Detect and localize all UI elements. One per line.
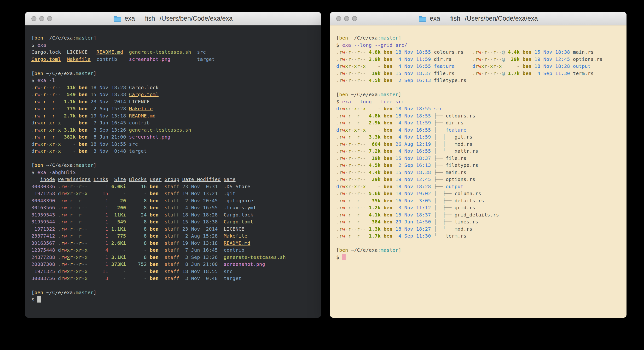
text-run: [218, 240, 224, 246]
text-run: master: [76, 162, 94, 168]
terminal-line: .rw-r--r-- 604 ben 26 Aug 12:19 │ ├── mo…: [336, 141, 626, 148]
text-run: 1.3k: [369, 226, 380, 232]
terminal-line: [ben ~/C/e/exa:master]: [336, 34, 626, 42]
minimize-button[interactable]: [39, 16, 44, 21]
text-run: [126, 92, 129, 97]
text-run: feature: [434, 63, 454, 69]
text-run: 4 Nov 16:55: [396, 148, 431, 154]
text-run: 4.8k: [369, 49, 380, 55]
text-run: [55, 240, 58, 246]
text-run: src: [129, 141, 138, 147]
close-button[interactable]: [32, 16, 36, 21]
terminal-line: drwxr-xr-x - ben 18 Nov 18:55 src: [336, 105, 626, 112]
text-run: file.rs: [434, 70, 454, 76]
text-run: [520, 49, 522, 55]
text-run: [366, 120, 368, 126]
text-run: [147, 261, 150, 267]
text-run: │ ├──: [434, 134, 454, 140]
text-run: [505, 49, 508, 55]
permission-bits: .rw-r--r--: [336, 176, 366, 182]
text-run: [126, 106, 129, 112]
cursor[interactable]: [342, 254, 346, 260]
permission-bits: .rw-r--r--: [58, 184, 88, 190]
text-run: 3 Sep 13:26: [182, 254, 218, 260]
terminal-output[interactable]: [ben ~/C/e/exa:master]$ exaCargo.lock LI…: [25, 26, 321, 318]
zoom-button[interactable]: [352, 16, 357, 21]
text-run: 4.4k: [369, 170, 380, 175]
text-run: [520, 70, 522, 76]
text-run: 8: [129, 198, 147, 204]
terminal-line: .rw-r--r-- 4.8k ben 18 Nov 18:55 ├── col…: [336, 112, 626, 120]
text-run: 15 Nov 18:38: [534, 49, 570, 55]
text-run: [76, 127, 78, 133]
terminal-line: .rw-r--r-- 11k ben 18 Nov 18:28 Cargo.lo…: [32, 84, 321, 91]
zoom-button[interactable]: [47, 16, 52, 21]
text-run: [351, 99, 354, 104]
text-run: git.rs: [455, 134, 472, 140]
text-run: dir.rs: [434, 56, 452, 62]
text-run: [: [336, 92, 339, 97]
text-run: [392, 233, 396, 239]
text-run: [366, 155, 368, 161]
traffic-lights: [336, 12, 357, 25]
window-titlebar[interactable]: exa — fish /Users/ben/Code/exa/exa: [330, 12, 626, 26]
text-run: 35k: [369, 198, 380, 204]
text-run: generate-testcases.sh: [129, 127, 191, 133]
text-run: 8: [129, 219, 147, 224]
text-run: -: [129, 247, 147, 253]
terminal-output[interactable]: [ben ~/C/e/exa:master]$ exa --long --gri…: [330, 26, 626, 318]
minimize-button[interactable]: [344, 16, 349, 21]
text-run: 8: [129, 226, 147, 232]
text-run: [392, 219, 396, 224]
terminal-line: drwxr-xr-x - ben 4 Nov 16:55 ├── feature: [336, 126, 626, 134]
text-run: 3 Nov 0:48: [182, 276, 218, 281]
text-run: [380, 226, 384, 232]
text-run: [351, 42, 354, 48]
text-run: 18 Nov 18:28: [534, 63, 570, 69]
text-run: Date Modified: [182, 176, 221, 182]
text-run: [88, 113, 90, 119]
text-run: ben: [150, 212, 159, 218]
text-run: ben: [34, 70, 43, 76]
text-run: ben: [150, 205, 159, 210]
text-run: 24: [129, 212, 147, 218]
permission-bits: .rw-r--r--: [336, 56, 366, 62]
text-run: 775: [111, 233, 126, 239]
text-run: [366, 78, 368, 83]
text-run: 1.7k: [369, 233, 380, 239]
text-run: filetype.rs: [434, 78, 466, 83]
window-titlebar[interactable]: exa — fish /Users/ben/Code/exa/exa: [25, 12, 321, 26]
text-run: [126, 127, 129, 133]
text-run: │ └──: [434, 148, 454, 154]
terminal-line: [ben ~/C/e/exa:master]: [32, 34, 321, 42]
text-run: [366, 184, 368, 190]
text-run: 12375448: [32, 247, 55, 253]
text-run: ]: [94, 162, 96, 168]
permission-bits: .rw-r--r--@: [472, 49, 505, 55]
text-run: [380, 198, 384, 204]
text-run: -: [111, 247, 126, 253]
text-run: README.md: [224, 240, 250, 246]
text-run: 29k: [508, 56, 520, 62]
text-run: [147, 184, 150, 190]
text-run: [159, 247, 165, 253]
close-button[interactable]: [336, 16, 341, 21]
text-run: [380, 106, 384, 112]
text-run: 15 Nov 18:38: [396, 170, 431, 175]
text-run: [431, 190, 434, 196]
text-run: ben: [384, 113, 392, 119]
text-run: [218, 254, 224, 260]
cursor[interactable]: [38, 296, 41, 302]
text-run: [431, 233, 434, 239]
text-run: .gitignore: [224, 198, 253, 204]
text-run: ├──: [434, 113, 446, 119]
text-run: 31959544: [32, 219, 55, 224]
text-run: README.md: [129, 113, 156, 119]
text-run: Cargo.toml: [224, 219, 253, 224]
terminal-line: $ exa -l: [32, 77, 321, 84]
text-run: -: [111, 190, 126, 196]
text-run: 16 Nov 3:05: [396, 198, 431, 204]
text-run: [76, 106, 78, 112]
text-run: ├──: [434, 184, 446, 190]
text-run: ]: [94, 70, 96, 76]
